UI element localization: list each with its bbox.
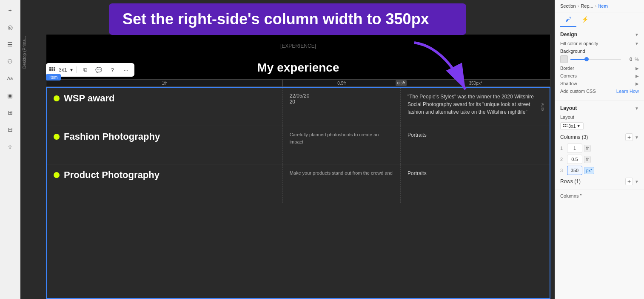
col-3-num: 3 — [560, 168, 565, 173]
col-1-unit[interactable]: fr — [584, 145, 591, 152]
ruler-col1: 1fr — [46, 80, 283, 86]
background-label: Background — [560, 49, 639, 54]
components-icon[interactable]: ⊞ — [3, 106, 17, 119]
tutorial-banner: Set the right-side's column width to 350… — [109, 3, 466, 35]
tab-interactions[interactable]: ⚡ — [576, 12, 594, 27]
table-row: Fashion Photography Carefully planned ph… — [47, 126, 550, 164]
border-row[interactable]: Border ▶ — [560, 66, 639, 71]
columns-label: Columns (3) — [560, 134, 588, 140]
svg-rect-11 — [565, 126, 566, 127]
design-label: Design — [560, 32, 577, 37]
custom-css-label: Add custom CSS — [560, 89, 596, 94]
layout-dropdown[interactable]: ▼ — [577, 124, 581, 128]
main-canvas: Set the right-side's column width to 350… — [20, 0, 555, 299]
left-sidebar: + ◎ ☰ ⚇ Aa ▣ ⊞ ⊟ {} — [0, 0, 20, 299]
background-row: 0 % — [560, 55, 639, 63]
toolbar-dropdown-arrow[interactable]: ▾ — [70, 67, 73, 73]
copy-button[interactable]: ⧉ — [80, 65, 90, 75]
fill-chevron: ▼ — [635, 41, 639, 46]
svg-rect-1 — [49, 67, 51, 69]
table-cell-title: Fashion Photography — [47, 126, 283, 164]
table-cell-desc: Portraits — [401, 126, 550, 164]
svg-rect-2 — [51, 67, 53, 69]
comment-button[interactable]: 💬 — [94, 65, 104, 75]
bg-opacity-slider[interactable] — [570, 59, 621, 60]
design-section: Design ▼ Fill color & opacity ▼ Backgrou… — [555, 27, 644, 101]
svg-rect-6 — [54, 69, 55, 71]
border-arrow: ▶ — [635, 66, 639, 71]
breadcrumb-item: Item — [598, 3, 608, 9]
more-button[interactable]: ··· — [121, 65, 131, 75]
shadow-label: Shadow — [560, 81, 577, 86]
help-button[interactable]: ? — [107, 65, 117, 75]
svg-rect-8 — [565, 124, 566, 125]
custom-css-row: Add custom CSS Learn How — [560, 89, 639, 94]
border-label: Border — [560, 66, 574, 71]
layout-grid-icon[interactable]: 3x1 ▼ — [560, 122, 584, 130]
svg-rect-12 — [567, 126, 567, 127]
col-2-input[interactable] — [567, 155, 582, 164]
device-label: Desktop (Prima... — [20, 34, 28, 70]
columns-add-button[interactable]: + — [625, 133, 633, 141]
right-panel: Section › Rep... › Item 🖌 ⚡ Design ▼ Fil… — [555, 0, 644, 299]
media-icon[interactable]: ▣ — [3, 89, 17, 102]
col-1-input[interactable] — [567, 144, 582, 153]
layers-icon[interactable]: ◎ — [3, 20, 17, 34]
table-cell-title: Product Photography — [47, 164, 283, 203]
svg-rect-5 — [51, 69, 53, 71]
row-dot — [54, 95, 60, 101]
bg-color-swatch[interactable] — [560, 55, 568, 63]
pages-icon[interactable]: ☰ — [3, 37, 17, 51]
learn-how-link[interactable]: Learn How — [616, 89, 639, 94]
corners-label: Corners — [560, 73, 577, 78]
code-icon[interactable]: {} — [3, 140, 17, 153]
users-icon[interactable]: ⚇ — [3, 55, 17, 68]
column-3-row: 3 px* — [560, 166, 639, 175]
item-badge: Item — [46, 74, 61, 80]
corners-row[interactable]: Corners ▶ — [560, 73, 639, 78]
auto-label: Auto — [540, 103, 546, 111]
svg-rect-10 — [563, 126, 564, 127]
columns-row: Columns (3) + ▼ — [560, 133, 639, 141]
layout-value-label: Layout — [560, 115, 574, 120]
data-table: WSP award 22/05/2020 "The People's Style… — [46, 87, 550, 299]
table-cell-date: Make your products stand out from the cr… — [283, 164, 401, 203]
col-1-num: 1 — [560, 146, 565, 151]
typography-icon[interactable]: Aa — [3, 72, 17, 85]
svg-rect-3 — [54, 67, 55, 69]
svg-rect-7 — [563, 124, 564, 125]
layout-section-header[interactable]: Layout ▼ — [560, 105, 639, 111]
columns-chevron: ▼ — [635, 135, 639, 140]
add-icon[interactable]: + — [3, 3, 17, 17]
table-cell-date: 22/05/2020 — [283, 88, 401, 126]
column-1-row: 1 fr — [560, 144, 639, 153]
tab-design[interactable]: 🖌 — [560, 12, 576, 27]
toolbar-separator — [76, 66, 77, 73]
layout-label: Layout — [560, 105, 577, 111]
layout-section: Layout ▼ Layout 3x1 ▼ Colu — [555, 101, 644, 190]
row-dot — [54, 172, 60, 178]
row-dot — [54, 134, 60, 140]
design-section-header[interactable]: Design ▼ — [560, 32, 639, 37]
table-cell-title: WSP award — [47, 88, 283, 126]
col-2-num: 2 — [560, 157, 565, 162]
fill-color-label: Fill color & opacity — [560, 41, 598, 46]
table-cell-desc: Portraits — [401, 164, 550, 203]
shadow-row[interactable]: Shadow ▶ — [560, 81, 639, 86]
rows-label: Rows (1) — [560, 178, 581, 184]
arrow-indicator — [402, 38, 478, 98]
col-3-input[interactable] — [567, 166, 582, 175]
rows-add-button[interactable]: + — [625, 178, 633, 185]
breadcrumb: Section › Rep... › Item — [555, 0, 644, 12]
col-2-unit[interactable]: fr — [584, 156, 591, 163]
col-3-unit[interactable]: px* — [584, 167, 594, 174]
fill-color-row[interactable]: Fill color & opacity ▼ — [560, 41, 639, 46]
layout-chevron: ▼ — [635, 106, 639, 111]
shadow-arrow: ▶ — [635, 81, 639, 86]
bg-pct: % — [635, 57, 639, 62]
table-icon[interactable]: ⊟ — [3, 123, 17, 136]
bg-value: 0 — [624, 57, 632, 62]
bg-slider-thumb — [584, 57, 589, 61]
layout-value-row: Layout — [560, 115, 639, 120]
rows-row: Rows (1) + ▼ — [560, 178, 639, 185]
